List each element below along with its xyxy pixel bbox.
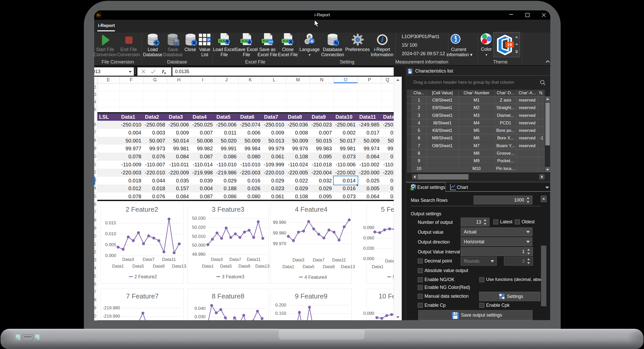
svg-text:XLS: XLS <box>411 188 414 190</box>
svg-text:가: 가 <box>306 40 309 44</box>
svg-text:XLS: XLS <box>242 39 247 42</box>
svg-text:f: f <box>162 69 164 74</box>
svg-text:i: i <box>381 36 383 44</box>
svg-text:XLS: XLS <box>283 39 288 42</box>
svg-text:XLS: XLS <box>219 39 225 42</box>
svg-text:19: 19 <box>507 42 512 47</box>
svg-text:A: A <box>311 39 313 43</box>
svg-text:x: x <box>164 71 166 75</box>
svg-text:あ: あ <box>308 34 311 39</box>
svg-text:XLS: XLS <box>263 39 268 42</box>
